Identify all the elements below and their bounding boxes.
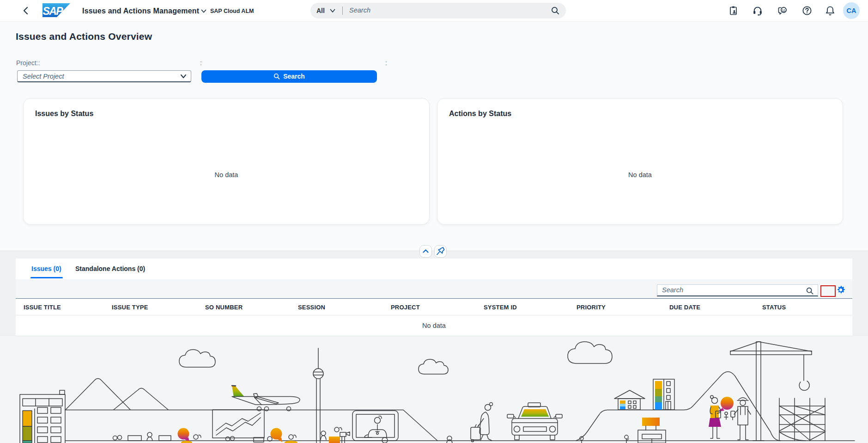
svg-text:SAP: SAP <box>43 5 64 17</box>
